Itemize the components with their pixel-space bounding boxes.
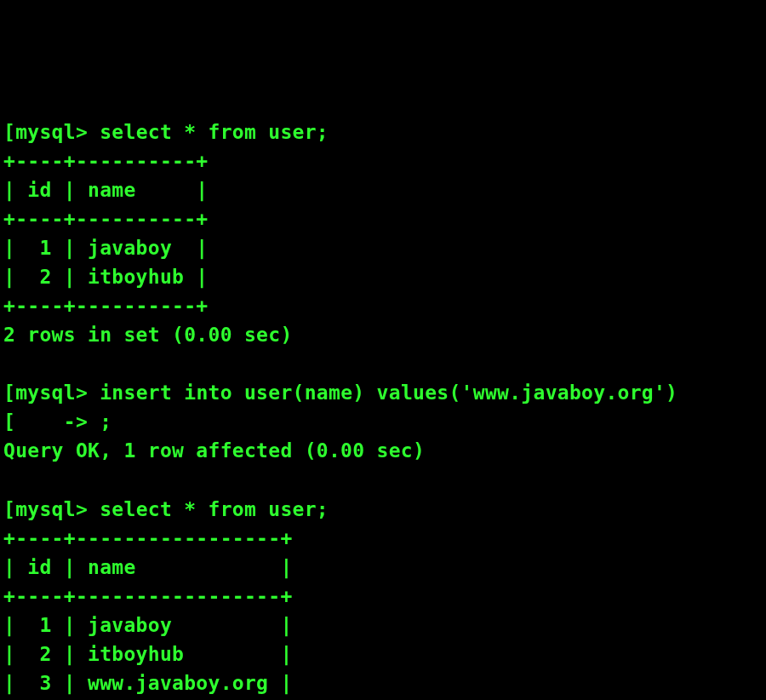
sql-command: select * from user; [100,498,329,520]
table-border: +----+----------+ [3,295,209,317]
table-row: | 3 | www.javaboy.org | [3,672,293,694]
table-border: +----+----------+ [3,150,209,172]
sql-command: insert into user(name) values('www.javab… [100,382,677,404]
table-border: +----+----------+ [3,208,209,230]
result-summary: 2 rows in set (0.00 sec) [3,324,293,346]
prompt-bracket: [ [3,498,15,520]
table-border: +----+-----------------+ [3,585,293,607]
result-summary: Query OK, 1 row affected (0.00 sec) [3,439,425,462]
prompt-bracket: [ [3,410,15,433]
prompt-bracket: [ [3,382,15,404]
mysql-prompt: mysql> [15,498,88,520]
prompt-bracket: [ [3,121,15,143]
table-border: +----+-----------------+ [3,527,293,549]
table-row: | 2 | itboyhub | [3,643,293,665]
continuation-prompt: -> [15,410,88,433]
table-header: | id | name | [3,556,293,578]
terminal-output: [mysql> select * from user; +----+------… [3,118,763,700]
sql-command: select * from user; [100,121,329,143]
sql-continuation: ; [100,410,111,433]
table-row: | 1 | javaboy | [3,237,209,259]
table-header: | id | name | [3,179,209,201]
table-row: | 1 | javaboy | [3,614,293,636]
table-row: | 2 | itboyhub | [3,266,209,288]
mysql-prompt: mysql> [15,382,88,404]
mysql-prompt: mysql> [15,121,88,143]
